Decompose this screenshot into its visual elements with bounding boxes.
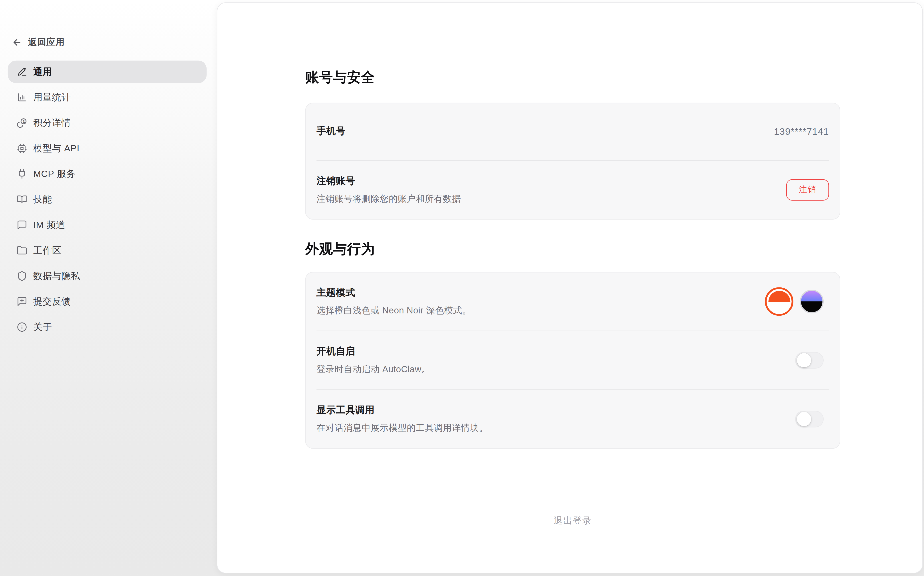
- settings-screen: 返回应用 通用 用量统计 1 积分详情 模型与 API MCP 服务: [0, 0, 924, 576]
- sidebar-item-im-channels[interactable]: IM 频道: [8, 214, 207, 237]
- theme-light-swatch[interactable]: [765, 287, 793, 316]
- toggle-knob: [797, 412, 811, 426]
- show-tool-calls-row: 显示工具调用 在对话消息中展示模型的工具调用详情块。: [306, 390, 840, 448]
- sidebar-item-label: 积分详情: [33, 117, 71, 129]
- tool-calls-toggle[interactable]: [795, 411, 824, 427]
- book-open-icon: [17, 194, 27, 205]
- sidebar-item-feedback[interactable]: 提交反馈: [8, 290, 207, 313]
- bar-chart-icon: [17, 92, 27, 102]
- phone-value: 139****7141: [774, 126, 829, 137]
- delete-account-description: 注销账号将删除您的账户和所有数据: [316, 194, 461, 205]
- settings-nav: 通用 用量统计 1 积分详情 模型与 API MCP 服务 技能: [8, 61, 207, 341]
- svg-text:1: 1: [23, 119, 25, 123]
- message-square-plus-icon: [17, 296, 27, 307]
- sidebar-item-mcp[interactable]: MCP 服务: [8, 163, 207, 186]
- section-title-account-security: 账号与安全: [305, 68, 840, 86]
- back-button[interactable]: 返回应用: [12, 34, 65, 50]
- theme-dark-swatch[interactable]: [800, 290, 824, 314]
- sidebar: 返回应用 通用 用量统计 1 积分详情 模型与 API MCP 服务: [0, 0, 217, 576]
- sidebar-item-workspace[interactable]: 工作区: [8, 239, 207, 262]
- sidebar-item-label: 关于: [33, 321, 52, 333]
- settings-content: 账号与安全 手机号 139****7141 注销账号 注销账号将删除您的账户和所…: [305, 3, 840, 526]
- section-title-appearance: 外观与行为: [305, 240, 840, 258]
- sidebar-item-credits[interactable]: 1 积分详情: [8, 112, 207, 134]
- coins-icon: 1: [17, 117, 27, 128]
- info-icon: [17, 322, 27, 332]
- phone-label: 手机号: [316, 125, 346, 138]
- sidebar-item-models-api[interactable]: 模型与 API: [8, 137, 207, 160]
- sidebar-item-data-privacy[interactable]: 数据与隐私: [8, 265, 207, 288]
- theme-light-swatch-fill: [768, 291, 790, 312]
- sidebar-item-label: 数据与隐私: [33, 270, 80, 282]
- message-square-icon: [17, 219, 27, 230]
- sidebar-item-label: MCP 服务: [33, 168, 76, 180]
- settings-panel: 账号与安全 手机号 139****7141 注销账号 注销账号将删除您的账户和所…: [217, 2, 923, 574]
- logout-button[interactable]: 退出登录: [305, 515, 840, 526]
- sidebar-item-label: 通用: [33, 66, 52, 78]
- sidebar-item-about[interactable]: 关于: [8, 316, 207, 339]
- delete-account-title: 注销账号: [316, 175, 461, 187]
- sidebar-item-skills[interactable]: 技能: [8, 188, 207, 211]
- delete-account-button[interactable]: 注销: [786, 179, 829, 201]
- autostart-toggle[interactable]: [795, 352, 824, 369]
- autostart-title: 开机自启: [316, 346, 430, 358]
- appearance-card: 主题模式 选择橙白浅色或 Neon Noir 深色模式。 开机自启 登录时自动: [305, 272, 840, 449]
- theme-mode-row: 主题模式 选择橙白浅色或 Neon Noir 深色模式。: [306, 272, 840, 331]
- sidebar-item-label: 模型与 API: [33, 142, 80, 155]
- toggle-knob: [797, 353, 811, 367]
- phone-row: 手机号 139****7141: [306, 103, 840, 160]
- shield-icon: [17, 270, 27, 281]
- theme-mode-description: 选择橙白浅色或 Neon Noir 深色模式。: [316, 305, 471, 317]
- theme-mode-title: 主题模式: [316, 287, 471, 299]
- sidebar-item-label: 工作区: [33, 244, 61, 257]
- sidebar-item-general[interactable]: 通用: [8, 61, 207, 83]
- account-security-card: 手机号 139****7141 注销账号 注销账号将删除您的账户和所有数据 注销: [305, 103, 840, 220]
- arrow-left-icon: [12, 37, 22, 47]
- autostart-description: 登录时自动启动 AutoClaw。: [316, 364, 430, 375]
- theme-swatches: [765, 287, 824, 316]
- show-tool-calls-description: 在对话消息中展示模型的工具调用详情块。: [316, 422, 488, 434]
- delete-account-row: 注销账号 注销账号将删除您的账户和所有数据 注销: [306, 161, 840, 219]
- folder-icon: [17, 245, 27, 256]
- show-tool-calls-title: 显示工具调用: [316, 404, 488, 417]
- sidebar-item-label: 提交反馈: [33, 295, 71, 308]
- sidebar-item-usage-stats[interactable]: 用量统计: [8, 86, 207, 109]
- plug-icon: [17, 168, 27, 179]
- sidebar-item-label: 用量统计: [33, 91, 71, 104]
- cpu-icon: [17, 143, 27, 154]
- sidebar-item-label: 技能: [33, 193, 52, 206]
- autostart-row: 开机自启 登录时自动启动 AutoClaw。: [306, 331, 840, 389]
- back-label: 返回应用: [28, 37, 65, 48]
- pencil-icon: [17, 67, 27, 77]
- sidebar-item-label: IM 频道: [33, 219, 65, 231]
